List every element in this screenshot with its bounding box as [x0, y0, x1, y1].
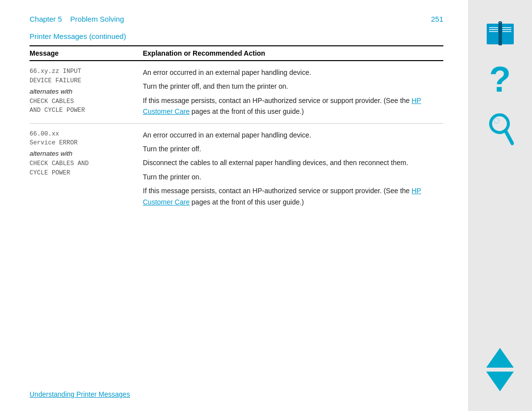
- chapter-label: Chapter 5: [30, 15, 62, 23]
- message-cell-1: 66.xy.zz INPUTDEVICE FAILURE alternates …: [30, 67, 143, 117]
- right-sidebar: ?: [468, 0, 532, 411]
- exp-cell-1: An error occurred in an external paper h…: [143, 67, 443, 117]
- msg-code-1a: 66.xy.zz INPUTDEVICE FAILURE: [30, 67, 143, 86]
- footer-link[interactable]: Understanding Printer Messages: [30, 390, 130, 398]
- svg-line-11: [505, 131, 512, 143]
- table-row: 66.xy.zz INPUTDEVICE FAILURE alternates …: [30, 61, 443, 124]
- main-content: Chapter 5 Problem Solving 251 Printer Me…: [0, 0, 463, 411]
- col-message-header: Message: [30, 49, 143, 57]
- svg-text:?: ?: [489, 63, 511, 99]
- hp-care-link-2[interactable]: HP Customer Care: [143, 187, 421, 206]
- chapter-title: Problem Solving: [70, 15, 124, 23]
- svg-point-12: [494, 118, 499, 123]
- message-cell-2: 66.00.xxService ERROR alternates with CH…: [30, 130, 143, 207]
- col-explanation-header: Explanation or Recommended Action: [143, 49, 443, 57]
- svg-rect-2: [499, 23, 502, 45]
- book-icon[interactable]: [480, 15, 520, 54]
- msg-alternates-2: alternates with: [30, 150, 143, 157]
- svg-rect-1: [501, 24, 514, 44]
- exp-text-2e: If this message persists, contact an HP-…: [143, 185, 443, 207]
- table-header: Message Explanation or Recommended Actio…: [30, 45, 443, 61]
- exp-text-2b: Turn the printer off.: [143, 143, 443, 154]
- exp-text-2a: An error occurred in an external paper h…: [143, 130, 443, 140]
- msg-code-1b: CHECK CABLESAND CYCLE POWER: [30, 97, 143, 116]
- header-chapter: Chapter 5 Problem Solving: [30, 15, 124, 23]
- exp-text-1b: Turn the printer off, and then turn the …: [143, 81, 443, 92]
- question-icon[interactable]: ?: [480, 62, 520, 101]
- table-row-2: 66.00.xxService ERROR alternates with CH…: [30, 124, 443, 213]
- sidebar-arrows: [486, 348, 514, 401]
- exp-cell-2: An error occurred in an external paper h…: [143, 130, 443, 207]
- hp-care-link-1[interactable]: HP Customer Care: [143, 97, 421, 115]
- scroll-down-button[interactable]: [486, 372, 514, 391]
- header-line: Chapter 5 Problem Solving 251: [30, 15, 443, 23]
- magnifier-icon[interactable]: [480, 108, 520, 148]
- exp-text-2d: Turn the printer on.: [143, 171, 443, 182]
- scroll-up-button[interactable]: [486, 348, 514, 368]
- msg-alternates-1: alternates with: [30, 88, 143, 95]
- exp-text-1a: An error occurred in an external paper h…: [143, 67, 443, 78]
- header-page: 251: [431, 15, 443, 23]
- exp-text-2c: Disconnect the cables to all external pa…: [143, 157, 443, 168]
- section-title: Printer Messages (continued): [30, 32, 443, 40]
- svg-rect-0: [487, 24, 499, 44]
- msg-code-2b: CHECK CABLES ANDCYCLE POWER: [30, 159, 143, 178]
- msg-code-2a: 66.00.xxService ERROR: [30, 130, 143, 148]
- exp-text-1c: If this message persists, contact an HP-…: [143, 95, 443, 117]
